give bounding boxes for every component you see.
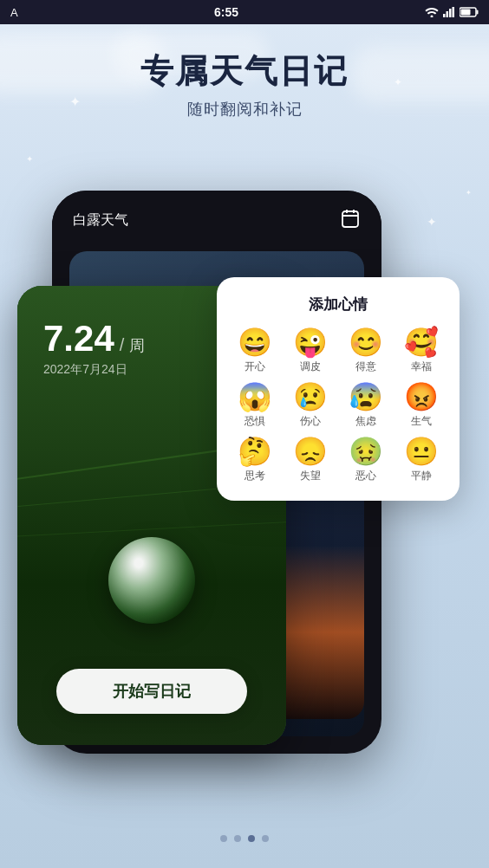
svg-rect-1 [443, 14, 446, 17]
mood-emoji-恐惧: 😱 [238, 383, 272, 411]
signal-icon [443, 7, 455, 17]
battery-icon [460, 7, 479, 17]
diary-week-label: 周 [129, 335, 145, 356]
mood-emoji-平静: 😐 [404, 437, 439, 465]
phone-app-name: 白露天气 [73, 211, 128, 230]
mood-emoji-开心: 😄 [238, 328, 272, 356]
start-diary-button[interactable]: 开始写日记 [56, 669, 247, 714]
mood-emoji-生气: 😡 [404, 383, 439, 411]
mood-label-思考: 思考 [244, 469, 265, 483]
svg-rect-6 [461, 10, 471, 16]
sparkle-4: ✦ [466, 189, 472, 197]
dot-2 [234, 835, 241, 842]
mood-item-伤心[interactable]: 😢伤心 [286, 383, 335, 429]
diary-date-full: 2022年7月24日 [43, 362, 145, 378]
wifi-icon [425, 7, 439, 17]
dot-3 [248, 835, 255, 842]
phone-header: 白露天气 [52, 191, 381, 243]
mood-emoji-失望: 😞 [293, 437, 328, 465]
status-left-label: A [10, 6, 28, 19]
mood-popup-title: 添加心情 [231, 295, 446, 314]
diary-date: 7.24 / 周 2022年7月24日 [43, 321, 145, 378]
mood-item-调皮[interactable]: 😜调皮 [286, 328, 335, 374]
status-time: 6:55 [214, 5, 238, 19]
mood-label-生气: 生气 [411, 414, 432, 429]
svg-rect-7 [477, 10, 479, 15]
mood-label-失望: 失望 [300, 469, 321, 483]
mood-item-幸福[interactable]: 🥰幸福 [397, 328, 446, 374]
title-section: 专属天气日记 随时翻阅和补记 [0, 52, 489, 120]
mood-emoji-思考: 🤔 [238, 437, 272, 465]
mood-item-思考[interactable]: 🤔思考 [231, 437, 279, 483]
mood-item-焦虑[interactable]: 😰焦虑 [342, 383, 390, 429]
svg-rect-8 [342, 211, 358, 227]
pagination-dots [0, 835, 489, 842]
mood-item-失望[interactable]: 😞失望 [286, 437, 335, 483]
mood-emoji-恶心: 🤢 [349, 437, 383, 465]
sub-title: 随时翻阅和补记 [0, 99, 489, 120]
mood-label-得意: 得意 [355, 360, 376, 374]
svg-rect-3 [449, 9, 452, 17]
calendar-icon [340, 208, 361, 233]
mood-emoji-调皮: 😜 [293, 328, 328, 356]
mood-item-恐惧[interactable]: 😱恐惧 [231, 383, 279, 429]
mood-item-恶心[interactable]: 🤢恶心 [342, 437, 390, 483]
water-drop-container [108, 537, 195, 641]
svg-rect-4 [453, 7, 455, 17]
sparkle-2: ✦ [26, 154, 33, 164]
mood-label-焦虑: 焦虑 [355, 414, 376, 429]
calendar-svg [340, 208, 361, 229]
dot-4 [262, 835, 269, 842]
dot-1 [220, 835, 227, 842]
diary-date-number: 7.24 [43, 321, 114, 357]
mood-popup: 添加心情 😄开心😜调皮😊得意🥰幸福😱恐惧😢伤心😰焦虑😡生气🤔思考😞失望🤢恶心😐平… [217, 277, 460, 501]
date-separator: / [120, 335, 125, 355]
main-title: 专属天气日记 [0, 52, 489, 92]
mood-label-恐惧: 恐惧 [244, 414, 265, 429]
mood-label-幸福: 幸福 [411, 360, 432, 374]
mood-label-平静: 平静 [411, 469, 432, 483]
mood-grid: 😄开心😜调皮😊得意🥰幸福😱恐惧😢伤心😰焦虑😡生气🤔思考😞失望🤢恶心😐平静 [231, 328, 446, 483]
mood-emoji-焦虑: 😰 [349, 383, 383, 411]
mood-label-开心: 开心 [244, 360, 265, 374]
mood-item-得意[interactable]: 😊得意 [342, 328, 390, 374]
mood-emoji-幸福: 🥰 [404, 328, 439, 356]
sparkle-3: ✦ [427, 215, 437, 229]
mood-item-开心[interactable]: 😄开心 [231, 328, 279, 374]
mood-emoji-伤心: 😢 [293, 383, 328, 411]
mood-label-恶心: 恶心 [355, 469, 376, 483]
water-drop [108, 537, 195, 624]
status-icons [425, 7, 479, 17]
mood-item-生气[interactable]: 😡生气 [397, 383, 446, 429]
mood-emoji-得意: 😊 [349, 328, 383, 356]
mood-item-平静[interactable]: 😐平静 [397, 437, 446, 483]
svg-rect-2 [447, 11, 449, 17]
mood-label-调皮: 调皮 [300, 360, 321, 374]
mood-label-伤心: 伤心 [300, 414, 321, 429]
status-bar: A 6:55 [0, 0, 489, 24]
svg-point-0 [431, 16, 434, 18]
